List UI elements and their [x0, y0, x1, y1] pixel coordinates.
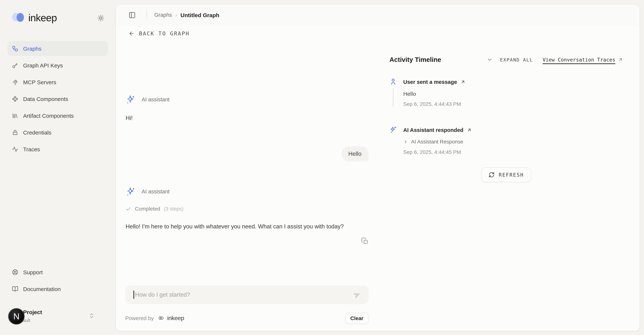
copy-button[interactable]: [361, 237, 368, 245]
sidebar: inkeep Graphs Graph API Keys MCP Servers: [0, 0, 116, 335]
sidebar-item-documentation[interactable]: Documentation: [8, 281, 108, 296]
sidebar-item-graphs[interactable]: Graphs: [8, 41, 108, 56]
sidebar-item-label: Credentials: [23, 129, 52, 136]
sidebar-item-credentials[interactable]: Credentials: [8, 125, 108, 140]
chevrons-up-down-icon: [89, 313, 95, 318]
component-icon: [12, 96, 18, 102]
logo-row: inkeep: [10, 9, 104, 27]
expand-all-button[interactable]: EXPAND ALL: [500, 57, 533, 62]
sidebar-item-data-components[interactable]: Data Components: [8, 91, 108, 106]
assistant-name-label: AI assistant: [142, 96, 170, 102]
powered-by: Powered by inkeep: [125, 314, 184, 322]
assistant-message-text: Hello! I'm here to help you with whateve…: [126, 221, 356, 232]
refresh-icon: [489, 172, 495, 178]
user-message-bubble: Hello: [341, 146, 368, 161]
timeline-list: User sent a message Hello Sep 6, 2025, 4…: [390, 78, 623, 155]
sidebar-item-graph-api-keys[interactable]: Graph API Keys: [8, 58, 108, 73]
collapse-toggle-button[interactable]: [486, 57, 492, 62]
book-open-icon: [12, 286, 18, 292]
timeline-item-title-row[interactable]: User sent a message: [403, 78, 466, 86]
chevron-down-icon: [486, 57, 492, 62]
breadcrumb-parent-link[interactable]: Graphs: [154, 12, 172, 18]
timeline-item-body: Hello: [403, 90, 466, 98]
arrow-left-icon: [128, 30, 134, 36]
inkeep-mark-icon: [157, 314, 164, 322]
back-to-graph-button[interactable]: BACK TO GRAPH: [128, 30, 190, 36]
breadcrumb-current: Untitled Graph: [180, 12, 219, 18]
timeline-item-title: AI Assistant responded: [403, 127, 464, 133]
clear-button[interactable]: Clear: [345, 312, 368, 324]
chat-input[interactable]: How do I get started?: [125, 286, 368, 304]
sidebar-item-label: Data Components: [23, 96, 68, 102]
app-root: inkeep Graphs Graph API Keys MCP Servers: [0, 0, 644, 335]
sun-icon: [97, 14, 104, 22]
back-to-graph-label: BACK TO GRAPH: [139, 30, 190, 36]
check-icon: [126, 206, 131, 212]
timeline-item-timestamp: Sep 6, 2025, 4:44:45 PM: [403, 149, 472, 155]
arrow-up-right-icon: [467, 128, 472, 133]
sidebar-item-mcp-servers[interactable]: MCP Servers: [8, 74, 108, 90]
timeline-rail: [390, 78, 397, 107]
refresh-button[interactable]: REFRESH: [482, 167, 531, 182]
status-label: Completed: [135, 206, 160, 212]
sparkles-icon: [126, 186, 136, 196]
assistant-name-label: AI assistant: [142, 188, 170, 194]
sidebar-item-label: Graphs: [23, 45, 41, 52]
timeline-item-content: User sent a message Hello Sep 6, 2025, 4…: [403, 78, 466, 107]
library-icon: [12, 112, 18, 119]
activity-timeline-panel: Activity Timeline EXPAND ALL View Conver…: [378, 42, 640, 331]
sidebar-item-label: Graph API Keys: [23, 62, 63, 68]
mcp-icon: [12, 79, 18, 85]
activity-icon: [12, 146, 18, 152]
sparkles-icon: [126, 94, 136, 104]
divider: [146, 11, 147, 19]
powered-by-brand: inkeep: [167, 315, 184, 322]
assistant-message-group: AI assistant Completed (3 steps) Hello! …: [126, 186, 368, 245]
nextjs-dev-badge[interactable]: N: [8, 308, 24, 324]
assistant-header: AI assistant: [126, 94, 368, 105]
powered-by-text: Powered by: [125, 315, 154, 321]
breadcrumb-separator-icon: ›: [175, 12, 177, 18]
workflow-icon: [12, 45, 18, 52]
lock-icon: [12, 129, 18, 136]
user-message-row: Hello: [126, 146, 368, 161]
sidebar-toggle-button[interactable]: [128, 11, 136, 18]
nextjs-badge-letter: N: [13, 311, 20, 322]
sidebar-item-traces[interactable]: Traces: [8, 142, 108, 156]
sidebar-item-support[interactable]: Support: [8, 264, 108, 280]
sidebar-item-label: Support: [23, 269, 43, 275]
arrow-up-right-icon: [618, 57, 623, 62]
theme-toggle-button[interactable]: [97, 14, 104, 22]
view-conversation-traces-link[interactable]: View Conversation Traces: [543, 57, 623, 62]
timeline-item: User sent a message Hello Sep 6, 2025, 4…: [390, 78, 623, 126]
key-icon: [12, 62, 18, 68]
chat-panel: AI assistant Hi! Hello AI assistant: [116, 42, 378, 331]
sidebar-item-artifact-components[interactable]: Artifact Components: [8, 108, 108, 123]
content-row: AI assistant Hi! Hello AI assistant: [116, 42, 640, 331]
timeline-title: Activity Timeline: [390, 56, 441, 64]
sparkles-icon: [390, 126, 397, 134]
timeline-item-timestamp: Sep 6, 2025, 4:44:43 PM: [403, 101, 466, 107]
back-bar: BACK TO GRAPH: [116, 25, 640, 42]
completion-status-row[interactable]: Completed (3 steps): [126, 206, 368, 212]
timeline-item-title-row[interactable]: AI Assistant responded: [403, 126, 472, 134]
arrow-up-right-icon: [460, 79, 466, 84]
timeline-item: AI Assistant responded AI Assistant Resp…: [390, 126, 623, 155]
panel-left-icon: [128, 11, 136, 18]
sidebar-item-label: Traces: [23, 146, 40, 152]
inkeep-logo-icon: [10, 10, 25, 26]
main-card: Graphs › Untitled Graph BACK TO GRAPH: [116, 4, 640, 331]
chat-input-placeholder: How do I get started?: [135, 292, 353, 298]
send-button[interactable]: [353, 291, 361, 299]
assistant-response-label: AI Assistant Response: [411, 138, 463, 144]
text-caret: [134, 291, 134, 299]
status-steps: (3 steps): [164, 206, 183, 212]
sidebar-item-label: Artifact Components: [23, 112, 74, 119]
life-buoy-icon: [12, 269, 18, 275]
assistant-response-toggle[interactable]: AI Assistant Response: [403, 138, 472, 146]
sidebar-item-label: Documentation: [23, 286, 61, 292]
timeline-tools: EXPAND ALL View Conversation Traces: [486, 57, 623, 62]
timeline-header: Activity Timeline EXPAND ALL View Conver…: [390, 55, 623, 64]
sidebar-nav: Graphs Graph API Keys MCP Servers Data C…: [8, 41, 108, 156]
assistant-message-group: AI assistant Hi!: [126, 94, 368, 122]
